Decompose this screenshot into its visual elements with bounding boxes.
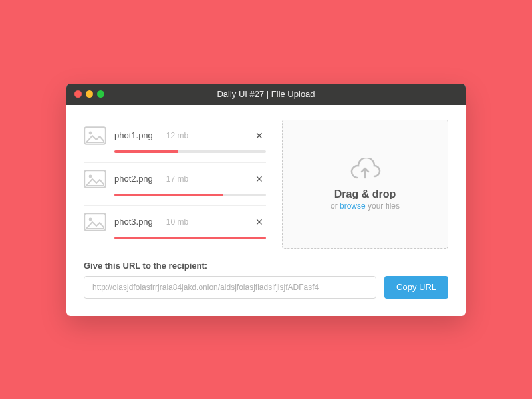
file-size: 10 mb xyxy=(166,217,188,227)
remove-file-button[interactable]: ✕ xyxy=(253,173,266,185)
dropzone-subtitle: or browse your files xyxy=(331,201,400,211)
upload-progress xyxy=(114,150,266,153)
file-name: phot1.png xyxy=(114,130,153,140)
cloud-upload-icon xyxy=(349,158,381,182)
url-section: Give this URL to the recipient: Copy URL xyxy=(84,261,448,299)
image-icon xyxy=(84,170,106,188)
file-name: phot2.png xyxy=(114,174,153,184)
upload-window: Daily UI #27 | File Upload phot1.png 12 … xyxy=(66,84,466,316)
image-icon xyxy=(84,213,106,231)
file-row-header: phot3.png 10 mb ✕ xyxy=(84,213,266,231)
file-row: phot3.png 10 mb ✕ xyxy=(84,206,266,249)
minimize-icon[interactable] xyxy=(86,90,93,98)
dropzone[interactable]: Drag & drop or browse your files xyxy=(282,120,448,249)
svg-point-3 xyxy=(89,174,92,178)
image-icon xyxy=(84,126,106,145)
copy-url-button[interactable]: Copy URL xyxy=(384,276,448,299)
remove-file-button[interactable]: ✕ xyxy=(253,130,266,142)
traffic-lights xyxy=(74,90,104,98)
url-label: Give this URL to the recipient: xyxy=(84,261,448,271)
browse-link[interactable]: browse xyxy=(340,201,366,211)
window-title: Daily UI #27 | File Upload xyxy=(66,89,466,99)
file-row-header: phot1.png 12 mb ✕ xyxy=(84,126,266,145)
file-row-header: phot2.png 17 mb ✕ xyxy=(84,170,266,188)
maximize-icon[interactable] xyxy=(97,90,104,98)
share-url-input[interactable] xyxy=(84,276,376,299)
upload-progress-fill xyxy=(114,237,266,239)
close-icon[interactable] xyxy=(74,90,82,98)
dropzone-title: Drag & drop xyxy=(334,188,396,200)
file-list: phot1.png 12 mb ✕ xyxy=(84,120,266,249)
upload-progress xyxy=(114,237,266,239)
svg-point-5 xyxy=(89,217,92,221)
titlebar: Daily UI #27 | File Upload xyxy=(66,84,466,105)
file-row: phot2.png 17 mb ✕ xyxy=(84,163,266,206)
window-body: phot1.png 12 mb ✕ xyxy=(66,105,466,316)
remove-file-button[interactable]: ✕ xyxy=(253,216,266,228)
file-size: 17 mb xyxy=(166,174,188,184)
file-row: phot1.png 12 mb ✕ xyxy=(84,120,266,163)
url-row: Copy URL xyxy=(84,276,448,299)
svg-point-1 xyxy=(89,131,92,134)
upper-section: phot1.png 12 mb ✕ xyxy=(84,120,448,249)
upload-progress xyxy=(114,194,266,196)
file-size: 12 mb xyxy=(166,131,188,140)
file-name: phot3.png xyxy=(114,217,153,227)
upload-progress-fill xyxy=(114,150,178,153)
upload-progress-fill xyxy=(114,194,223,196)
